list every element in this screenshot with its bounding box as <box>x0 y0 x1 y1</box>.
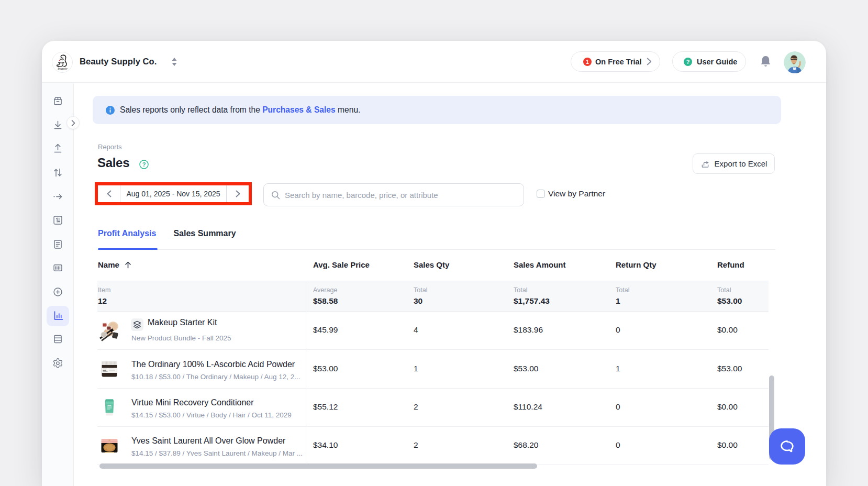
svg-text:1: 1 <box>586 59 589 64</box>
svg-text:beauty: beauty <box>58 67 68 71</box>
svg-text:?: ? <box>142 161 146 168</box>
svg-text:?: ? <box>686 58 690 64</box>
